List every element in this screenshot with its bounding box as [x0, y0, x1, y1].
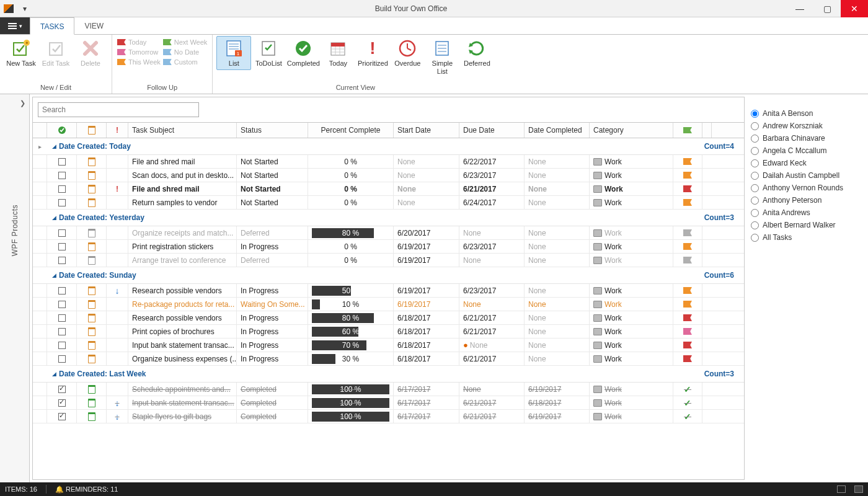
task-row[interactable]: ↓Input bank statement transac...Complete…: [33, 396, 744, 410]
view-today-button[interactable]: Today: [321, 36, 355, 70]
person-filter-option[interactable]: Dailah Austin Campbell: [751, 171, 864, 180]
task-row[interactable]: Arrange travel to conferenceDeferred0 %6…: [33, 254, 744, 267]
group-header-row[interactable]: ◢Date Created: YesterdayCount=3: [33, 210, 744, 226]
person-radio[interactable]: [751, 159, 759, 167]
cell-check[interactable]: [47, 352, 77, 365]
view-prioritized-button[interactable]: ! Prioritized: [355, 36, 390, 70]
cell-check[interactable]: [47, 396, 77, 409]
ribbon-app-button[interactable]: ▾: [0, 17, 30, 34]
task-row[interactable]: !File and shred mailNot Started0 %None6/…: [33, 182, 744, 196]
group-collapse-icon[interactable]: ◢: [52, 272, 56, 278]
person-radio[interactable]: [751, 184, 759, 192]
cell-check[interactable]: [47, 254, 77, 267]
person-radio[interactable]: [751, 234, 759, 242]
cell-flag[interactable]: [673, 226, 702, 239]
col-status[interactable]: Status: [237, 123, 308, 138]
person-radio[interactable]: [751, 147, 759, 155]
person-radio[interactable]: [751, 209, 759, 217]
cell-flag[interactable]: [673, 284, 702, 297]
col-attachment[interactable]: [77, 123, 107, 138]
cell-flag[interactable]: ✓: [673, 383, 702, 396]
cell-check[interactable]: [47, 311, 77, 324]
cell-flag[interactable]: [673, 155, 702, 168]
group-collapse-icon[interactable]: ◢: [52, 371, 56, 377]
person-radio[interactable]: [751, 197, 759, 205]
task-row[interactable]: Schedule appointments and...Completed100…: [33, 383, 744, 396]
col-check[interactable]: [47, 123, 77, 138]
person-filter-option[interactable]: Anita A Benson: [751, 109, 864, 118]
person-filter-option[interactable]: Albert Bernard Walker: [751, 221, 864, 229]
person-radio[interactable]: [751, 135, 759, 143]
task-row[interactable]: Print registration stickersIn Progress0 …: [33, 240, 744, 254]
cell-check[interactable]: [47, 325, 77, 338]
person-radio[interactable]: [751, 110, 759, 118]
quick-access-dropdown[interactable]: ▾: [14, 4, 36, 13]
task-row[interactable]: Research possible vendorsIn Progress80 %…: [33, 311, 744, 325]
grid-body[interactable]: ▸◢Date Created: TodayCount=4File and shr…: [33, 138, 744, 479]
view-simple-list-button[interactable]: Simple List: [425, 36, 459, 78]
cell-check[interactable]: [47, 240, 77, 253]
group-collapse-icon[interactable]: ◢: [52, 143, 56, 149]
cell-check[interactable]: [47, 383, 77, 396]
cell-check[interactable]: [47, 155, 77, 168]
col-percent[interactable]: Percent Complete: [308, 123, 394, 138]
cell-flag[interactable]: [673, 325, 702, 338]
cell-flag[interactable]: [673, 311, 702, 324]
new-task-button[interactable]: ✦ New Task: [4, 36, 38, 70]
cell-flag[interactable]: ✓: [673, 396, 702, 409]
person-radio[interactable]: [751, 221, 759, 229]
task-row[interactable]: Scan docs, and put in deskto...Not Start…: [33, 169, 744, 182]
close-button[interactable]: ✕: [841, 0, 868, 17]
group-collapse-icon[interactable]: ◢: [52, 215, 56, 221]
tab-tasks[interactable]: TASKS: [30, 17, 74, 35]
person-filter-option[interactable]: All Tasks: [751, 233, 864, 242]
task-row[interactable]: Input bank statement transac...In Progre…: [33, 339, 744, 352]
cell-check[interactable]: [47, 284, 77, 297]
col-priority[interactable]: !: [107, 123, 128, 138]
person-filter-option[interactable]: Anthony Vernon Rounds: [751, 184, 864, 192]
task-row[interactable]: Re-package products for reta...Waiting O…: [33, 298, 744, 311]
col-start-date[interactable]: Start Date: [394, 123, 459, 138]
person-filter-option[interactable]: Edward Keck: [751, 159, 864, 167]
search-input[interactable]: [38, 102, 199, 117]
person-filter-option[interactable]: Barbara Chinavare: [751, 134, 864, 143]
col-flag[interactable]: [673, 123, 702, 138]
person-filter-option[interactable]: Anita Andrews: [751, 208, 864, 217]
cell-flag[interactable]: [673, 254, 702, 267]
cell-check[interactable]: [47, 339, 77, 352]
person-filter-option[interactable]: Angela C Mccallum: [751, 146, 864, 155]
task-row[interactable]: Organize receipts and match...Deferred80…: [33, 226, 744, 240]
col-due-date[interactable]: Due Date: [459, 123, 525, 138]
person-radio[interactable]: [751, 122, 759, 130]
group-header-row[interactable]: ▸◢Date Created: TodayCount=4: [33, 138, 744, 155]
cell-check[interactable]: [47, 196, 77, 209]
view-completed-button[interactable]: Completed: [286, 36, 321, 70]
view-list-button[interactable]: 1 List: [216, 36, 251, 70]
cell-flag[interactable]: ✓: [673, 410, 702, 423]
cell-flag[interactable]: [673, 169, 702, 182]
person-radio[interactable]: [751, 172, 759, 180]
col-subject[interactable]: Task Subject: [128, 123, 237, 138]
col-category[interactable]: Category: [590, 123, 673, 138]
cell-flag[interactable]: [673, 298, 702, 311]
cell-check[interactable]: [47, 226, 77, 239]
task-row[interactable]: Organize business expenses (...In Progre…: [33, 352, 744, 366]
person-filter-option[interactable]: Anthony Peterson: [751, 196, 864, 205]
task-row[interactable]: ↓Research possible vendorsIn Progress50 …: [33, 284, 744, 298]
cell-flag[interactable]: [673, 339, 702, 352]
cell-flag[interactable]: [673, 182, 702, 195]
task-row[interactable]: Print copies of brochuresIn Progress60 %…: [33, 325, 744, 339]
expand-side-panel-button[interactable]: ❯: [0, 94, 29, 112]
cell-flag[interactable]: [673, 240, 702, 253]
col-date-completed[interactable]: Date Completed: [525, 123, 590, 138]
cell-check[interactable]: [47, 410, 77, 423]
group-header-row[interactable]: ◢Date Created: SundayCount=6: [33, 267, 744, 284]
view-deferred-button[interactable]: Deferred: [459, 36, 494, 70]
cell-flag[interactable]: [673, 196, 702, 209]
cell-check[interactable]: [47, 169, 77, 182]
statusbar-view-icon-2[interactable]: [854, 485, 863, 493]
view-overdue-button[interactable]: Overdue: [390, 36, 425, 70]
task-row[interactable]: File and shred mailNot Started0 %None6/2…: [33, 155, 744, 169]
person-filter-option[interactable]: Andrew Korszniak: [751, 122, 864, 130]
cell-check[interactable]: [47, 182, 77, 195]
